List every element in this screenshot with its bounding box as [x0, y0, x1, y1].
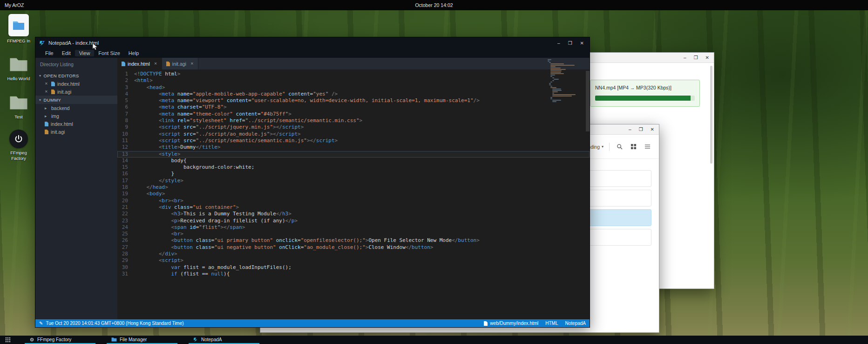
- code-line-17[interactable]: 17 </style>: [117, 178, 590, 184]
- code-line-4[interactable]: 4 <meta name="apple-mobile-web-app-capab…: [117, 91, 590, 97]
- tree-folder-backend[interactable]: ▸backend: [35, 104, 117, 112]
- folder-icon: [7, 92, 30, 112]
- code-line-5[interactable]: 5 <meta name="viewport" content="user-sc…: [117, 97, 590, 104]
- code-line-8[interactable]: 8 <link rel="stylesheet" href="../script…: [117, 117, 590, 124]
- minimap-line: [549, 84, 551, 85]
- grid-view-icon[interactable]: [629, 143, 637, 151]
- notepada-icon: [193, 337, 198, 342]
- list-view-icon[interactable]: [643, 143, 651, 151]
- code-line-28[interactable]: 28 </div>: [117, 251, 590, 257]
- tree-file-init.agi[interactable]: init.agi: [35, 128, 117, 136]
- file-icon: [484, 321, 488, 326]
- code-line-3[interactable]: 3 <head>: [117, 84, 590, 91]
- scrollbar[interactable]: [710, 66, 712, 164]
- window-title: NotepadA - index.html: [48, 40, 99, 46]
- minimize-button[interactable]: –: [629, 127, 631, 132]
- progress-bar-fill: [595, 96, 691, 101]
- code-line-12[interactable]: 12 <title>Dummy</title>: [117, 144, 590, 151]
- statusbar-language[interactable]: HTML: [545, 321, 558, 326]
- close-icon[interactable]: ✕: [154, 62, 157, 66]
- code-line-22[interactable]: 22 <h3>This is a Dummy Testing Module</h…: [117, 211, 590, 217]
- tree-file-index.html[interactable]: index.html: [35, 120, 117, 128]
- line-number: 23: [117, 218, 134, 224]
- code-line-10[interactable]: 10 <script src="../script/ao_module.js">…: [117, 131, 590, 138]
- section-open-editors[interactable]: ▾ OPEN EDITORS: [35, 71, 117, 80]
- code-line-24[interactable]: 24 <span id="flist"></span>: [117, 224, 590, 231]
- app-grid-icon[interactable]: [2, 336, 14, 344]
- close-button[interactable]: ✕: [651, 127, 654, 132]
- code-line-9[interactable]: 9 <script src="../script/jquery.min.js">…: [117, 124, 590, 131]
- code-line-27[interactable]: 27 <button class="ui negative button" on…: [117, 244, 590, 251]
- menu-font-size[interactable]: Font Size: [94, 50, 124, 56]
- code-line-23[interactable]: 23 <p>Received drag-in filelist (if any)…: [117, 218, 590, 224]
- notepada-statusbar: ✎ Tue Oct 20 2020 14:01:43 GMT+0800 (Hon…: [35, 319, 590, 327]
- code-line-11[interactable]: 11 <script src="../script/semantic/seman…: [117, 138, 590, 144]
- line-number: 25: [117, 231, 134, 237]
- aroz-start-menu[interactable]: My ArOZ: [5, 2, 24, 8]
- maximize-button[interactable]: ❐: [639, 127, 643, 132]
- code-line-25[interactable]: 25 <br>: [117, 231, 590, 237]
- search-icon[interactable]: [615, 143, 624, 151]
- minimize-button[interactable]: –: [684, 55, 686, 60]
- desktop-icon-test[interactable]: Test: [4, 92, 34, 119]
- maximize-button[interactable]: ❐: [568, 41, 572, 46]
- code-line-13[interactable]: 13 <style>: [117, 151, 590, 158]
- notepada-titlebar[interactable]: NotepadA - index.html – ❐ ✕: [35, 37, 590, 48]
- open-editor-item[interactable]: ✕init.agi: [35, 88, 117, 96]
- code-line-7[interactable]: 7 <meta name="theme-color" content="#4b7…: [117, 111, 590, 117]
- line-number: 29: [117, 257, 134, 264]
- close-icon[interactable]: ✕: [190, 62, 194, 66]
- code-line-6[interactable]: 6 <meta charset="UTF-8">: [117, 104, 590, 110]
- code-line-16[interactable]: 16 }: [117, 171, 590, 177]
- line-number: 5: [117, 97, 134, 104]
- code-line-31[interactable]: 31 if (flist == null){: [117, 271, 590, 277]
- tab-init.agi[interactable]: init.agi✕: [162, 58, 198, 69]
- folder-shortcut-icon: [8, 14, 29, 36]
- desktop-icon-ffmpeg-in[interactable]: FFMPEG In: [4, 14, 34, 43]
- minimap-line: [550, 73, 564, 74]
- code-line-29[interactable]: 29 <script>: [117, 257, 590, 264]
- minimap[interactable]: [548, 59, 584, 103]
- close-button[interactable]: ✕: [580, 41, 584, 46]
- section-dummy-project[interactable]: ▾ DUMMY: [35, 96, 117, 104]
- close-button[interactable]: ✕: [705, 55, 709, 60]
- maximize-button[interactable]: ❐: [694, 55, 698, 60]
- progress-bar: [595, 96, 695, 101]
- scrollbar-thumb[interactable]: [586, 71, 590, 131]
- taskbar-item-label: File Manager: [120, 337, 147, 342]
- desktop-icon-ffmpeg-factory[interactable]: FFmpeg Factory: [4, 130, 34, 161]
- taskbar-notepada[interactable]: NotepadA: [189, 336, 259, 344]
- statusbar-filepath: web/Dummy/index.html: [490, 321, 538, 326]
- tree-folder-img[interactable]: ▸img: [35, 112, 117, 120]
- code-line-30[interactable]: 30 var flist = ao_module_loadInputFiles(…: [117, 264, 590, 271]
- code-line-21[interactable]: 21 <div class="ui container">: [117, 204, 590, 211]
- line-number: 21: [117, 204, 134, 211]
- menu-file[interactable]: File: [41, 50, 58, 56]
- open-editor-item[interactable]: ✕index.html: [35, 80, 117, 88]
- tab-index.html[interactable]: index.html✕: [117, 58, 162, 69]
- taskbar-ffmpeg-factory[interactable]: FFmpeg Factory: [25, 336, 95, 344]
- menu-help[interactable]: Help: [124, 50, 143, 56]
- code-line-26[interactable]: 26 <button class="ui primary button" onc…: [117, 237, 590, 244]
- menu-view[interactable]: View: [75, 50, 95, 56]
- code-line-2[interactable]: 2<html>: [117, 77, 590, 84]
- close-icon[interactable]: ✕: [45, 82, 49, 86]
- minimize-button[interactable]: –: [557, 41, 560, 46]
- menu-edit[interactable]: Edit: [58, 50, 75, 56]
- line-number: 2: [117, 77, 134, 84]
- code-line-14[interactable]: 14 body{: [117, 158, 590, 164]
- statusbar-appname: NotepadA: [565, 321, 586, 326]
- code-line-18[interactable]: 18 </head>: [117, 184, 590, 191]
- editor-tabbar: index.html✕init.agi✕: [117, 58, 590, 69]
- desktop-icon-hello-world[interactable]: Hello World: [4, 54, 34, 81]
- file-icon: [45, 130, 48, 134]
- taskbar-file-manager[interactable]: File Manager: [107, 336, 177, 344]
- close-icon[interactable]: ✕: [45, 89, 49, 94]
- code-line-19[interactable]: 19 <body>: [117, 191, 590, 197]
- code-line-1[interactable]: 1<!DOCTYPE html>: [117, 71, 590, 77]
- chevron-right-icon: ▸: [45, 106, 49, 110]
- chevron-right-icon: ▸: [45, 114, 49, 118]
- code-line-20[interactable]: 20 <br><br>: [117, 198, 590, 204]
- code-editor[interactable]: 1<!DOCTYPE html>2<html>3 <head>4 <meta n…: [117, 69, 590, 319]
- code-line-15[interactable]: 15 background-color:white;: [117, 164, 590, 171]
